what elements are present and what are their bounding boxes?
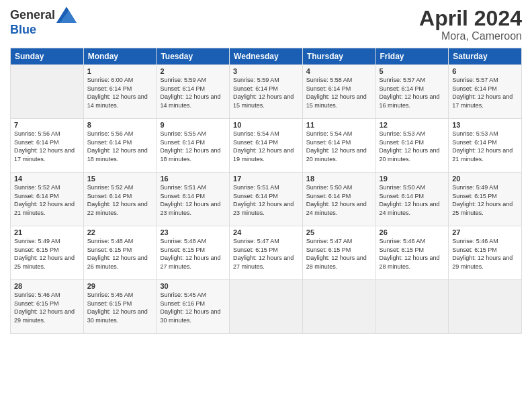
- day-number: 2: [160, 67, 226, 75]
- logo-icon: [56, 7, 77, 23]
- calendar-cell: 28Sunrise: 5:46 AM Sunset: 6:15 PM Dayli…: [11, 280, 84, 334]
- col-thursday: Thursday: [302, 48, 375, 65]
- calendar-cell: 21Sunrise: 5:49 AM Sunset: 6:15 PM Dayli…: [11, 226, 84, 280]
- day-info: Sunrise: 5:51 AM Sunset: 6:14 PM Dayligh…: [233, 183, 299, 217]
- calendar-cell: [449, 280, 522, 334]
- header: General Blue April 2024 Mora, Cameroon: [10, 7, 522, 42]
- calendar-cell: 9Sunrise: 5:55 AM Sunset: 6:14 PM Daylig…: [157, 119, 230, 173]
- calendar-cell: 14Sunrise: 5:52 AM Sunset: 6:14 PM Dayli…: [11, 173, 84, 226]
- day-number: 22: [87, 228, 153, 236]
- day-info: Sunrise: 5:59 AM Sunset: 6:14 PM Dayligh…: [160, 76, 226, 109]
- day-info: Sunrise: 5:54 AM Sunset: 6:14 PM Dayligh…: [233, 130, 299, 163]
- day-info: Sunrise: 5:48 AM Sunset: 6:15 PM Dayligh…: [160, 237, 226, 271]
- calendar-cell: 3Sunrise: 5:59 AM Sunset: 6:14 PM Daylig…: [230, 65, 303, 119]
- day-number: 9: [160, 121, 226, 129]
- calendar-cell: 7Sunrise: 5:56 AM Sunset: 6:14 PM Daylig…: [11, 119, 84, 173]
- day-info: Sunrise: 5:59 AM Sunset: 6:14 PM Dayligh…: [233, 76, 299, 109]
- calendar-table: Sunday Monday Tuesday Wednesday Thursday…: [10, 48, 522, 334]
- day-number: 16: [160, 175, 226, 183]
- day-info: Sunrise: 5:46 AM Sunset: 6:15 PM Dayligh…: [380, 237, 445, 271]
- week-row-3: 14Sunrise: 5:52 AM Sunset: 6:14 PM Dayli…: [11, 173, 522, 226]
- day-info: Sunrise: 5:47 AM Sunset: 6:15 PM Dayligh…: [233, 237, 299, 271]
- calendar-cell: 24Sunrise: 5:47 AM Sunset: 6:15 PM Dayli…: [230, 226, 303, 280]
- day-info: Sunrise: 5:46 AM Sunset: 6:15 PM Dayligh…: [14, 291, 80, 324]
- day-number: 10: [233, 121, 299, 129]
- day-info: Sunrise: 5:49 AM Sunset: 6:15 PM Dayligh…: [452, 183, 518, 217]
- calendar-cell: 11Sunrise: 5:54 AM Sunset: 6:14 PM Dayli…: [302, 119, 375, 173]
- col-saturday: Saturday: [449, 48, 522, 65]
- day-info: Sunrise: 5:46 AM Sunset: 6:15 PM Dayligh…: [452, 237, 518, 271]
- calendar-cell: 8Sunrise: 5:56 AM Sunset: 6:14 PM Daylig…: [83, 119, 157, 173]
- calendar-cell: 4Sunrise: 5:58 AM Sunset: 6:14 PM Daylig…: [302, 65, 375, 119]
- day-info: Sunrise: 5:52 AM Sunset: 6:14 PM Dayligh…: [14, 183, 80, 217]
- day-info: Sunrise: 5:56 AM Sunset: 6:14 PM Dayligh…: [87, 130, 153, 163]
- week-row-2: 7Sunrise: 5:56 AM Sunset: 6:14 PM Daylig…: [11, 119, 522, 173]
- day-number: 14: [14, 175, 80, 183]
- calendar-cell: 6Sunrise: 5:57 AM Sunset: 6:14 PM Daylig…: [449, 65, 522, 119]
- day-info: Sunrise: 5:57 AM Sunset: 6:14 PM Dayligh…: [380, 76, 445, 109]
- day-number: 20: [452, 175, 518, 183]
- calendar-cell: 16Sunrise: 5:51 AM Sunset: 6:14 PM Dayli…: [157, 173, 230, 226]
- day-info: Sunrise: 5:57 AM Sunset: 6:14 PM Dayligh…: [452, 76, 518, 109]
- calendar-subtitle: Mora, Cameroon: [419, 30, 522, 42]
- calendar-cell: 23Sunrise: 5:48 AM Sunset: 6:15 PM Dayli…: [157, 226, 230, 280]
- day-number: 17: [233, 175, 299, 183]
- day-number: 29: [87, 282, 153, 290]
- day-info: Sunrise: 5:53 AM Sunset: 6:14 PM Dayligh…: [452, 130, 518, 163]
- day-info: Sunrise: 5:53 AM Sunset: 6:14 PM Dayligh…: [380, 130, 445, 163]
- day-info: Sunrise: 5:49 AM Sunset: 6:15 PM Dayligh…: [14, 237, 80, 271]
- day-number: 13: [452, 121, 518, 129]
- day-number: 24: [233, 228, 299, 236]
- day-number: 5: [380, 67, 445, 75]
- day-info: Sunrise: 5:47 AM Sunset: 6:15 PM Dayligh…: [306, 237, 372, 271]
- day-number: 25: [306, 228, 372, 236]
- col-monday: Monday: [83, 48, 157, 65]
- logo: General Blue: [10, 7, 77, 37]
- calendar-cell: 27Sunrise: 5:46 AM Sunset: 6:15 PM Dayli…: [449, 226, 522, 280]
- calendar-cell: 29Sunrise: 5:45 AM Sunset: 6:15 PM Dayli…: [83, 280, 157, 334]
- day-number: 27: [452, 228, 518, 236]
- col-wednesday: Wednesday: [230, 48, 303, 65]
- col-friday: Friday: [375, 48, 449, 65]
- calendar-cell: 15Sunrise: 5:52 AM Sunset: 6:14 PM Dayli…: [83, 173, 157, 226]
- calendar-cell: 13Sunrise: 5:53 AM Sunset: 6:14 PM Dayli…: [449, 119, 522, 173]
- calendar-cell: 26Sunrise: 5:46 AM Sunset: 6:15 PM Dayli…: [375, 226, 449, 280]
- calendar-cell: 25Sunrise: 5:47 AM Sunset: 6:15 PM Dayli…: [302, 226, 375, 280]
- calendar-cell: 12Sunrise: 5:53 AM Sunset: 6:14 PM Dayli…: [375, 119, 449, 173]
- day-info: Sunrise: 5:55 AM Sunset: 6:14 PM Dayligh…: [160, 130, 226, 163]
- col-sunday: Sunday: [11, 48, 84, 65]
- calendar-cell: 17Sunrise: 5:51 AM Sunset: 6:14 PM Dayli…: [230, 173, 303, 226]
- day-info: Sunrise: 5:54 AM Sunset: 6:14 PM Dayligh…: [306, 130, 372, 163]
- day-number: 7: [14, 121, 80, 129]
- calendar-cell: [230, 280, 303, 334]
- day-number: 3: [233, 67, 299, 75]
- day-info: Sunrise: 5:48 AM Sunset: 6:15 PM Dayligh…: [87, 237, 153, 271]
- calendar-title: April 2024: [419, 7, 522, 30]
- day-number: 30: [160, 282, 226, 290]
- day-number: 21: [14, 228, 80, 236]
- day-number: 8: [87, 121, 153, 129]
- calendar-cell: 20Sunrise: 5:49 AM Sunset: 6:15 PM Dayli…: [449, 173, 522, 226]
- calendar-cell: 30Sunrise: 5:45 AM Sunset: 6:16 PM Dayli…: [157, 280, 230, 334]
- day-number: 26: [380, 228, 445, 236]
- calendar-cell: 1Sunrise: 6:00 AM Sunset: 6:14 PM Daylig…: [83, 65, 157, 119]
- day-number: 19: [380, 175, 445, 183]
- calendar-cell: [375, 280, 449, 334]
- day-number: 6: [452, 67, 518, 75]
- logo-general-text: General: [10, 8, 55, 22]
- calendar-cell: [11, 65, 84, 119]
- day-info: Sunrise: 5:45 AM Sunset: 6:16 PM Dayligh…: [160, 291, 226, 324]
- day-info: Sunrise: 6:00 AM Sunset: 6:14 PM Dayligh…: [87, 76, 153, 109]
- week-row-5: 28Sunrise: 5:46 AM Sunset: 6:15 PM Dayli…: [11, 280, 522, 334]
- week-row-4: 21Sunrise: 5:49 AM Sunset: 6:15 PM Dayli…: [11, 226, 522, 280]
- day-info: Sunrise: 5:45 AM Sunset: 6:15 PM Dayligh…: [87, 291, 153, 324]
- day-number: 15: [87, 175, 153, 183]
- calendar-cell: 19Sunrise: 5:50 AM Sunset: 6:14 PM Dayli…: [375, 173, 449, 226]
- day-number: 1: [87, 67, 153, 75]
- day-number: 12: [380, 121, 445, 129]
- day-number: 23: [160, 228, 226, 236]
- calendar-cell: 22Sunrise: 5:48 AM Sunset: 6:15 PM Dayli…: [83, 226, 157, 280]
- header-row: Sunday Monday Tuesday Wednesday Thursday…: [11, 48, 522, 65]
- week-row-1: 1Sunrise: 6:00 AM Sunset: 6:14 PM Daylig…: [11, 65, 522, 119]
- day-info: Sunrise: 5:52 AM Sunset: 6:14 PM Dayligh…: [87, 183, 153, 217]
